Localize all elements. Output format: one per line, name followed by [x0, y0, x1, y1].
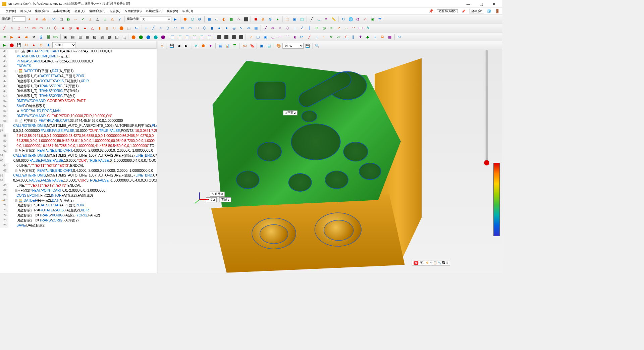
- target-a-icon[interactable]: ⊕: [260, 15, 266, 22]
- cylinder-b-icon[interactable]: ⬡: [189, 15, 196, 22]
- sphere-icon[interactable]: ●: [274, 15, 281, 22]
- view-select[interactable]: VIEW: [282, 43, 303, 49]
- distance-icon[interactable]: ↔: [72, 15, 79, 22]
- help-icon[interactable]: ?: [116, 15, 123, 22]
- menu-item[interactable]: 基本测量(M): [51, 9, 72, 13]
- save-code-icon[interactable]: 💾: [16, 42, 22, 48]
- tol-runout-icon[interactable]: ↗: [335, 24, 342, 31]
- menu-item[interactable]: 视窗(W): [165, 9, 180, 13]
- home-icon[interactable]: ⌂: [102, 15, 108, 22]
- aux-select[interactable]: 无: [140, 16, 171, 22]
- line-tool-icon[interactable]: ╱: [308, 15, 315, 22]
- rect-feat-icon[interactable]: ▭: [30, 24, 37, 31]
- code-line[interactable]: 54 DMESW/COMAND,'CLEARP/ZDIR,10.0000,ZDI…: [0, 113, 156, 118]
- code-line[interactable]: 63 0,58.0000,FALSE,FALSE,FALSE,10.0000,"…: [0, 158, 156, 163]
- tol-round-icon[interactable]: ○: [277, 24, 283, 31]
- vp-list-icon[interactable]: ☰: [231, 42, 238, 49]
- code-line[interactable]: 69⊟ • F(点2)=FEAT/POINT,CART,0,0,-2.0000,…: [0, 188, 156, 193]
- ball-feat-icon[interactable]: ⬤: [118, 24, 125, 31]
- prism2-icon[interactable]: ▤: [69, 33, 76, 40]
- halt-icon[interactable]: ⬤: [8, 42, 15, 48]
- cs-par-icon[interactable]: ∥: [350, 33, 357, 40]
- rotate-icon[interactable]: ↻: [340, 15, 346, 22]
- code-line[interactable]: 44 ENDMES: [0, 64, 156, 69]
- arc4-icon[interactable]: ◠: [276, 33, 283, 40]
- vp-elem-icon[interactable]: ⬢: [200, 42, 207, 49]
- vp-window-icon[interactable]: ▣: [258, 42, 265, 49]
- grid-icon[interactable]: ▦: [206, 15, 213, 22]
- arc-feat-icon[interactable]: ◠: [23, 24, 30, 31]
- code-line[interactable]: ⇒71⊟ 🧮 DATDEF/F(平面2),DAT(A_平面2): [0, 198, 156, 203]
- cyl2-feat-icon[interactable]: ▯: [104, 24, 110, 31]
- tol-pos-icon[interactable]: ⊕: [313, 24, 320, 31]
- vp-filter-icon[interactable]: ▼: [207, 42, 214, 49]
- close-button[interactable]: ✕: [490, 2, 498, 6]
- stack1-icon[interactable]: ☰: [169, 33, 176, 40]
- vp-save-icon[interactable]: 💾: [168, 42, 175, 49]
- cs-plus-icon[interactable]: ✚: [357, 33, 364, 40]
- code-line[interactable]: 45⊟ 🧮 DATDEF/F(平面1),DAT(A_平面1): [0, 68, 156, 73]
- target-b-icon[interactable]: ⊖: [267, 15, 274, 22]
- vp-tag-icon[interactable]: 🔖: [249, 42, 255, 49]
- disk1-icon[interactable]: ⬤: [130, 33, 137, 40]
- disk2-icon[interactable]: ⬤: [138, 33, 144, 40]
- code-line[interactable]: 58 2.5412,58.0741,0,0,0,1.00000000,23.42…: [0, 133, 156, 138]
- stack3-icon[interactable]: ☲: [184, 33, 191, 40]
- dim-set-icon[interactable]: ◫: [58, 15, 64, 22]
- prism8-icon[interactable]: ◫: [113, 33, 120, 40]
- code-line[interactable]: 66 CALL/EXTERN,DMIS,M(NETDMIS_AUTO_LINE_…: [0, 173, 156, 178]
- circle-feat-icon[interactable]: ○: [8, 24, 15, 31]
- rect2-feat-icon[interactable]: ▭: [179, 24, 186, 31]
- code-line[interactable]: 43 PTMEAS/CART,0,4.0403,-2.3324,-1.00000…: [0, 59, 156, 64]
- vp-prev-icon[interactable]: ◀: [175, 42, 182, 49]
- pointcloud-icon[interactable]: ∴: [235, 15, 242, 22]
- cs-diamond-icon[interactable]: ◆: [365, 33, 371, 40]
- cone2-feat-icon[interactable]: △: [89, 24, 96, 31]
- line2-feat-icon[interactable]: ╱: [150, 24, 157, 31]
- coord-system-selector[interactable]: 坐标系2: [469, 9, 484, 13]
- tol-conc-icon[interactable]: ◎: [321, 24, 327, 31]
- menu-item[interactable]: 坐标系(C): [33, 9, 51, 13]
- prism9-icon[interactable]: ⬚: [121, 33, 127, 40]
- circle2-feat-icon[interactable]: ○: [157, 24, 164, 31]
- disk4-icon[interactable]: ⬤: [152, 33, 159, 40]
- stack5-icon[interactable]: ☴: [199, 33, 205, 40]
- vp-home-icon[interactable]: ⌂: [159, 42, 165, 49]
- rps-icon[interactable]: RPS: [52, 33, 59, 40]
- cyl-feat-icon[interactable]: ▮: [96, 24, 103, 31]
- label-plane2[interactable]: □ 平面 2: [283, 110, 298, 115]
- code-line[interactable]: 60 0,0,1.00000000,16.1637,49.7285,0,0,0,…: [0, 143, 156, 148]
- cube3-icon[interactable]: ⬛: [230, 33, 237, 40]
- pin-icon[interactable]: 📌: [427, 9, 435, 13]
- menu-item[interactable]: 测头(A): [18, 9, 33, 13]
- breakpoint-icon[interactable]: ●: [30, 42, 37, 48]
- warn-icon[interactable]: ⚠: [109, 15, 115, 22]
- arc2-feat-icon[interactable]: ◠: [172, 24, 178, 31]
- curve-feat-icon[interactable]: ∿: [238, 24, 245, 31]
- ime-tools[interactable]: ✧ 📋 🔧 🖼 ⬇: [430, 261, 448, 264]
- tol-angle-icon[interactable]: ∠: [299, 24, 306, 31]
- menu-item[interactable]: 环境设置(S): [144, 9, 164, 13]
- code-line[interactable]: 72 D(坐标系2_S)=DATSET/DAT(A_平面2),ZDIR: [0, 203, 156, 208]
- torus2-feat-icon[interactable]: ◎: [230, 24, 237, 31]
- surf2-feat-icon[interactable]: ▱: [245, 24, 252, 31]
- solid-icon[interactable]: ⬛: [243, 15, 249, 22]
- line-feat-icon[interactable]: ╱: [1, 24, 8, 31]
- code-line[interactable]: 74 D(坐标系2_T)=TRANS/XORIG,FA(点2),YORIG,FA…: [0, 213, 156, 218]
- sweep2-icon[interactable]: ⟳: [299, 33, 305, 40]
- vp-next-icon[interactable]: ▶: [183, 42, 190, 49]
- cs-plane-icon[interactable]: ▱: [335, 33, 342, 40]
- match-icon[interactable]: ✓: [79, 15, 86, 22]
- prism6-icon[interactable]: ▨: [99, 33, 105, 40]
- cube1-icon[interactable]: ⬛: [216, 33, 222, 40]
- run-icon[interactable]: ▶: [1, 42, 8, 48]
- ime-toolbar[interactable]: S 英 , ⚙ ✧ 📋 🔧 🖼 ⬇: [412, 260, 450, 265]
- mirror-icon[interactable]: ⇄: [376, 15, 383, 22]
- tol-flat-icon[interactable]: ▱: [269, 24, 276, 31]
- tol-par-icon[interactable]: ∥: [306, 24, 313, 31]
- sphere-feat-icon[interactable]: ●: [60, 24, 66, 31]
- semicir-icon[interactable]: ◖: [291, 33, 298, 40]
- tol-line-icon[interactable]: ╱: [262, 24, 269, 31]
- record-icon[interactable]: ●: [16, 33, 22, 40]
- cs-sect-icon[interactable]: ⧉: [379, 33, 386, 40]
